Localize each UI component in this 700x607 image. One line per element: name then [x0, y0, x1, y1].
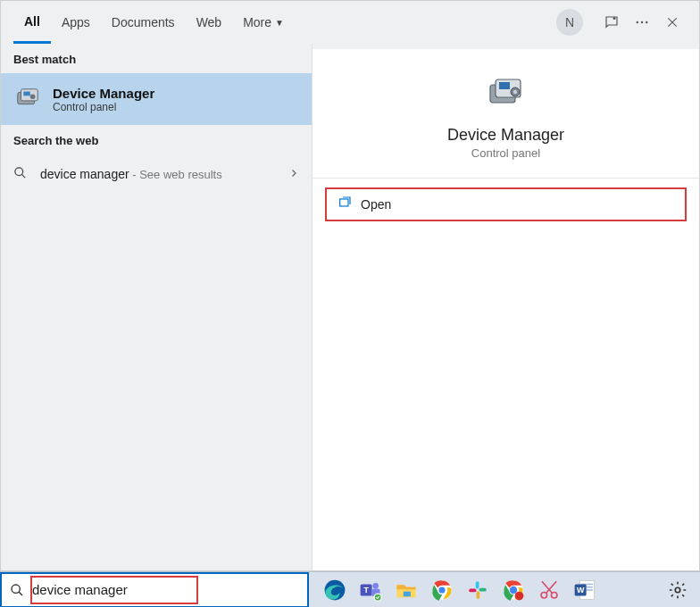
- open-action[interactable]: Open: [325, 187, 687, 221]
- chevron-right-icon: [288, 166, 299, 182]
- svg-point-15: [12, 585, 20, 593]
- slack-icon[interactable]: [461, 574, 495, 606]
- taskbar-apps: T W: [309, 574, 602, 606]
- best-match-heading: Best match: [1, 44, 312, 73]
- open-label: Open: [361, 197, 391, 212]
- svg-point-19: [372, 582, 379, 588]
- chrome-beta-icon[interactable]: [496, 574, 530, 606]
- svg-rect-22: [404, 591, 411, 596]
- more-options-icon[interactable]: [628, 8, 656, 37]
- svg-point-33: [541, 592, 547, 598]
- web-result-text: device manager - See web results: [40, 167, 288, 181]
- svg-point-2: [641, 21, 643, 23]
- svg-rect-6: [23, 92, 30, 96]
- tab-documents[interactable]: Documents: [101, 1, 186, 44]
- svg-point-0: [613, 17, 616, 20]
- best-match-title: Device Manager: [53, 86, 154, 101]
- svg-point-1: [637, 21, 638, 23]
- device-manager-icon: [13, 85, 42, 113]
- svg-point-31: [510, 586, 517, 593]
- detail-title: Device Manager: [447, 126, 564, 145]
- file-explorer-icon[interactable]: [389, 574, 423, 606]
- settings-gear-icon[interactable]: [661, 574, 695, 606]
- svg-point-8: [15, 167, 23, 175]
- svg-text:T: T: [363, 586, 369, 595]
- teams-icon[interactable]: T: [354, 574, 388, 606]
- search-icon: [2, 583, 32, 597]
- detail-subtitle: Control panel: [471, 146, 540, 160]
- web-result-query: device manager: [40, 167, 129, 181]
- chrome-icon[interactable]: [425, 574, 459, 606]
- svg-point-32: [515, 591, 524, 600]
- web-result-hint: - See web results: [129, 168, 222, 181]
- device-manager-large-icon: [485, 72, 528, 115]
- edge-icon[interactable]: [318, 574, 352, 606]
- tab-all[interactable]: All: [13, 1, 51, 44]
- detail-card: Device Manager Control panel Open: [312, 49, 699, 570]
- tab-more[interactable]: More ▼: [232, 1, 295, 44]
- svg-rect-14: [340, 199, 348, 206]
- snip-icon[interactable]: [532, 574, 566, 606]
- tab-more-label: More: [243, 15, 271, 29]
- tab-apps[interactable]: Apps: [51, 1, 101, 44]
- close-icon[interactable]: [658, 8, 687, 37]
- svg-rect-26: [476, 581, 479, 588]
- tab-web[interactable]: Web: [186, 1, 233, 44]
- search-web-heading: Search the web: [1, 125, 312, 154]
- svg-rect-11: [499, 82, 510, 89]
- feedback-icon[interactable]: [597, 8, 626, 37]
- svg-point-41: [675, 587, 680, 593]
- svg-point-13: [512, 90, 516, 94]
- filter-tabs: All Apps Documents Web More ▼ N: [1, 1, 699, 44]
- svg-rect-28: [477, 591, 480, 598]
- svg-rect-27: [479, 587, 487, 591]
- best-match-subtitle: Control panel: [53, 101, 154, 113]
- user-avatar[interactable]: N: [556, 9, 583, 36]
- taskbar: T W: [0, 571, 700, 607]
- results-column: Best match Device Manager Control panel …: [1, 44, 312, 570]
- svg-point-3: [646, 21, 647, 23]
- search-panel: All Apps Documents Web More ▼ N Best mat…: [0, 0, 700, 571]
- svg-point-34: [551, 592, 557, 598]
- search-input[interactable]: [32, 574, 307, 606]
- svg-rect-29: [469, 588, 476, 592]
- chevron-down-icon: ▼: [275, 18, 284, 28]
- open-icon: [338, 195, 352, 213]
- word-icon[interactable]: W: [568, 574, 602, 606]
- taskbar-search[interactable]: [0, 572, 309, 608]
- svg-point-7: [30, 94, 36, 99]
- search-icon: [13, 166, 31, 183]
- detail-column: Device Manager Control panel Open: [312, 44, 699, 570]
- best-match-result[interactable]: Device Manager Control panel: [1, 73, 312, 125]
- web-result-row[interactable]: device manager - See web results: [1, 154, 312, 194]
- svg-text:W: W: [577, 586, 585, 595]
